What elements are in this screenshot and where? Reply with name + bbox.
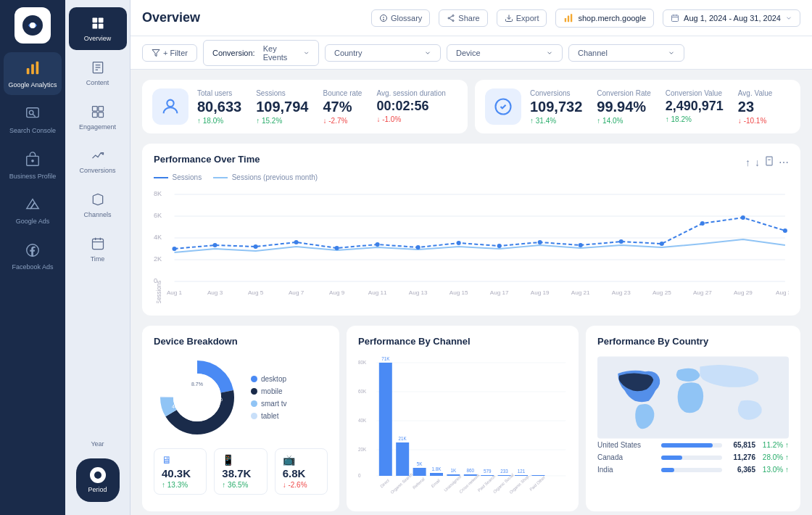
svg-point-75 <box>783 228 787 233</box>
svg-rect-13 <box>92 18 97 23</box>
date-selector[interactable]: Aug 1, 2024 - Aug 31, 2024 <box>663 9 800 27</box>
svg-rect-39 <box>568 15 569 22</box>
business-profile-icon <box>22 149 43 170</box>
world-map <box>597 354 789 441</box>
svg-point-71 <box>619 239 624 244</box>
svg-rect-117 <box>430 473 443 476</box>
sidebar-right-item-channels[interactable]: Channels <box>69 184 127 226</box>
svg-line-36 <box>450 18 452 20</box>
sidebar-right-item-period[interactable]: Period <box>76 458 120 502</box>
svg-rect-4 <box>36 62 39 74</box>
device-stat-desktop: 🖥 40.3K ↑ 13.3% <box>154 448 207 495</box>
sidebar-right-label-channels: Channels <box>83 211 111 219</box>
metrics-row: Total users 80,633 ↑ 18.0% Sessions 109,… <box>142 80 800 133</box>
top-header: Overview Glossary Share Export shop.merc… <box>130 0 812 36</box>
svg-rect-23 <box>92 112 97 117</box>
svg-text:0: 0 <box>358 473 361 478</box>
bottom-row: Device Breakdown 8.7% <box>142 326 800 511</box>
metrics-list-2: Conversions 109,732 ↑ 31.4% Conversion R… <box>530 89 772 125</box>
svg-text:Aug 3: Aug 3 <box>207 289 223 296</box>
svg-rect-5 <box>27 108 39 118</box>
sidebar-right-label-time: Time <box>91 255 105 263</box>
device-filter[interactable]: Device <box>447 44 563 62</box>
chart-up-btn[interactable]: ↑ <box>745 157 750 168</box>
legend-smart-tv: smart tv <box>251 400 287 408</box>
metric-avg-session: Avg. session duration 00:02:56 ↓ -1.0% <box>376 89 445 125</box>
world-map-svg <box>597 354 789 441</box>
svg-rect-2 <box>27 68 30 74</box>
chart-down-btn[interactable]: ↓ <box>755 157 760 168</box>
svg-text:Aug 17: Aug 17 <box>490 289 509 296</box>
sidebar-item-business-profile[interactable]: Business Profile <box>4 144 62 186</box>
sidebar-right-item-conversions[interactable]: Conversions <box>69 139 127 182</box>
sidebar-right-item-time[interactable]: Time <box>69 228 127 271</box>
country-row-ca: Canada 11,276 28.0% ↑ <box>597 453 789 461</box>
chart-share-btn[interactable] <box>764 156 774 168</box>
metrics-group-1: Total users 80,633 ↑ 18.0% Sessions 109,… <box>142 80 468 133</box>
svg-text:121: 121 <box>518 469 526 474</box>
sidebar-item-search-console[interactable]: Search Console <box>4 98 62 141</box>
time-icon <box>89 235 107 252</box>
glossary-button[interactable]: Glossary <box>371 9 430 27</box>
add-filter-button[interactable]: + Filter <box>142 44 197 62</box>
svg-rect-15 <box>92 24 97 29</box>
user-icon-group <box>152 88 188 125</box>
channel-chart-card: Performance By Channel 80K 60K 40K 20K 0 <box>347 326 579 511</box>
sidebar-right-bottom: Year Period <box>69 433 127 508</box>
conversion-filter[interactable]: Conversion: Key Events <box>203 40 319 66</box>
svg-text:46.8%: 46.8% <box>208 397 223 402</box>
svg-point-73 <box>700 221 705 226</box>
svg-text:Aug 19: Aug 19 <box>531 289 550 296</box>
svg-point-46 <box>167 100 173 107</box>
svg-point-65 <box>376 242 380 247</box>
svg-point-72 <box>660 242 664 246</box>
sidebar-item-google-analytics[interactable]: Google Analytics <box>4 52 62 95</box>
svg-text:Referral: Referral <box>412 477 425 490</box>
svg-text:Direct: Direct <box>379 478 390 489</box>
sidebar-item-facebook-ads[interactable]: Facebook Ads <box>4 234 62 277</box>
donut-chart: 8.7% 46.8% 44.4% <box>154 354 241 441</box>
sidebar-right-item-engagement[interactable]: Engagement <box>69 96 127 139</box>
site-name: shop.merch.google <box>578 14 646 22</box>
svg-point-1 <box>30 22 36 28</box>
sidebar-right-item-content[interactable]: Content <box>69 52 127 94</box>
svg-text:Aug 1: Aug 1 <box>167 289 183 296</box>
svg-text:40K: 40K <box>358 418 367 423</box>
sidebar-right-item-overview[interactable]: Overview <box>69 7 127 50</box>
svg-rect-21 <box>92 106 97 111</box>
logo[interactable] <box>14 7 51 44</box>
country-filter[interactable]: Country <box>325 44 441 62</box>
metric-total-users: Total users 80,633 ↑ 18.0% <box>197 89 241 125</box>
chart-more-btn[interactable]: ⋯ <box>779 157 789 168</box>
google-ads-icon <box>22 194 43 215</box>
svg-text:Aug 5: Aug 5 <box>248 289 264 296</box>
svg-rect-41 <box>672 15 679 22</box>
date-range: Aug 1, 2024 - Aug 31, 2024 <box>684 14 781 22</box>
sidebar-right-item-year[interactable]: Year <box>69 433 127 456</box>
sidebar-left-label-ads: Google Ads <box>16 218 50 226</box>
metrics-group-2: Conversions 109,732 ↑ 31.4% Conversion R… <box>475 80 800 133</box>
sidebar-item-google-ads[interactable]: Google Ads <box>4 189 62 231</box>
metric-conversions: Conversions 109,732 ↑ 31.4% <box>530 89 582 125</box>
year-label: Year <box>91 440 104 448</box>
sidebar-right-label-content: Content <box>86 79 109 87</box>
device-breakdown-card: Device Breakdown 8.7% <box>142 326 339 511</box>
channel-bar-chart: 80K 60K 40K 20K 0 71K 21K <box>358 354 567 499</box>
svg-text:Aug 15: Aug 15 <box>450 289 468 296</box>
mobile-icon: 📱 <box>222 454 259 466</box>
svg-rect-14 <box>98 18 103 23</box>
country-row-in: India 6,365 13.0% ↑ <box>597 466 789 474</box>
site-selector[interactable]: shop.merch.google <box>555 9 654 28</box>
sidebar-left-label-ga: Google Analytics <box>8 81 57 89</box>
svg-text:8.7%: 8.7% <box>191 382 203 387</box>
channel-chart-title: Performance By Channel <box>358 336 567 347</box>
svg-rect-48 <box>766 157 772 165</box>
share-button[interactable]: Share <box>439 9 487 27</box>
export-button[interactable]: Export <box>497 9 547 27</box>
sidebar-right-label-conversions: Conversions <box>79 167 115 175</box>
sidebar-right-label-engagement: Engagement <box>79 123 116 131</box>
svg-text:Aug 21: Aug 21 <box>571 289 590 296</box>
svg-point-66 <box>416 245 420 250</box>
svg-text:60K: 60K <box>358 389 367 394</box>
channel-filter[interactable]: Channel <box>568 44 684 62</box>
